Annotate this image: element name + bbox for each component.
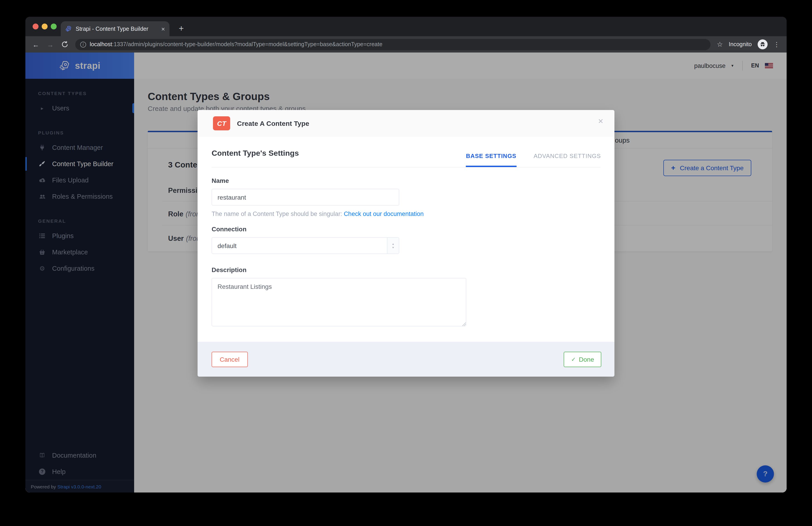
done-button[interactable]: ✓ Done [564,352,601,367]
create-content-type-modal: CT Create A Content Type ✕ Content Type'… [198,110,614,377]
menu-kebab-icon[interactable]: ⋮ [773,41,780,48]
tab-advanced-settings[interactable]: ADVANCED SETTINGS [534,152,601,167]
name-helper: The name of a Content Type should be sin… [212,210,424,217]
back-icon[interactable]: ← [32,41,40,48]
bookmark-star-icon[interactable]: ☆ [717,40,723,48]
resize-grip-icon[interactable] [461,321,466,326]
strapi-admin-page: strapi CONTENT TYPES ▸ Users PLUGINS [25,52,787,493]
tab-title: Strapi - Content Type Builder [76,26,158,32]
site-info-icon[interactable]: i [80,42,86,47]
close-icon[interactable]: ✕ [598,117,604,125]
reload-icon[interactable] [61,41,69,48]
browser-tab[interactable]: Strapi - Content Type Builder × [61,21,170,36]
documentation-link[interactable]: Check out our documentation [344,210,424,217]
incognito-icon[interactable] [758,40,768,49]
address-bar[interactable]: i localhost:1337/admin/plugins/content-t… [75,39,710,50]
connection-value: default [218,242,236,249]
strapi-favicon-icon [65,25,72,32]
content-type-badge-icon: CT [213,116,230,130]
done-label: Done [579,356,594,363]
zoom-window-button[interactable] [51,24,57,29]
name-input[interactable] [212,189,399,206]
incognito-label: Incognito [729,41,752,47]
tab-base-settings[interactable]: BASE SETTINGS [466,152,517,167]
modal-title: Create A Content Type [237,120,309,127]
connection-label: Connection [212,225,246,233]
cancel-button[interactable]: Cancel [212,352,248,367]
url-text: localhost:1337/admin/plugins/content-typ… [90,41,382,47]
browser-toolbar: ← → i localhost:1337/admin/plugins/conte… [25,36,787,52]
modal-header: CT Create A Content Type ✕ [198,110,614,137]
connection-select[interactable]: default ▴▾ [212,237,399,254]
helper-text: The name of a Content Type should be sin… [212,210,344,217]
tab-close-icon[interactable]: × [161,25,165,32]
forward-icon[interactable]: → [46,41,54,48]
window-controls[interactable] [33,24,57,29]
check-icon: ✓ [571,356,576,363]
settings-title: Content Type's Settings [212,149,299,158]
name-label: Name [212,177,229,184]
modal-footer: Cancel ✓ Done [198,342,614,377]
browser-window: Strapi - Content Type Builder × + ← → i … [25,17,787,493]
minimize-window-button[interactable] [42,24,47,29]
url-host: localhost [90,41,112,47]
screen: Strapi - Content Type Builder × + ← → i … [0,0,812,526]
settings-divider [212,167,600,167]
browser-tabstrip: Strapi - Content Type Builder × + [25,17,787,36]
description-label: Description [212,266,246,273]
close-window-button[interactable] [33,24,39,29]
modal-tabs: BASE SETTINGS ADVANCED SETTINGS [466,152,601,167]
select-stepper-icon[interactable]: ▴▾ [387,238,399,254]
description-textarea[interactable]: Restaurant Listings [212,278,466,326]
toolbar-right: ☆ Incognito ⋮ [717,40,780,49]
url-path: :1337/admin/plugins/content-type-builder… [112,41,382,47]
new-tab-button[interactable]: + [176,23,187,34]
